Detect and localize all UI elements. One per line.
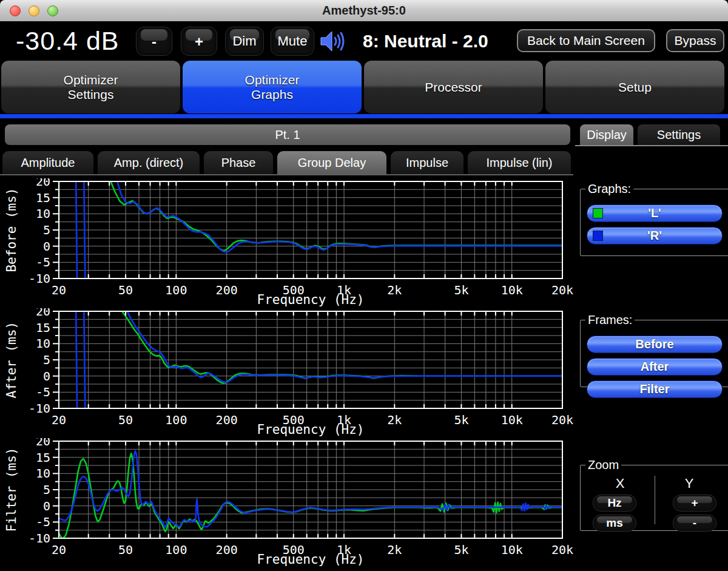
svg-text:20: 20 [36, 178, 50, 189]
volume-down-button[interactable]: - [136, 27, 172, 56]
zoom-y-plus-button[interactable]: + [673, 495, 716, 512]
zoom-y-minus-button[interactable]: - [673, 515, 716, 532]
svg-text:20k: 20k [551, 283, 573, 297]
tab-group-delay[interactable]: Group Delay [277, 151, 386, 174]
zoom-section-legend: Zoom [585, 458, 621, 472]
channel-r-color-swatch [593, 231, 603, 241]
svg-text:Frequency (Hz): Frequency (Hz) [257, 422, 364, 437]
svg-text:-10: -10 [29, 531, 50, 546]
tab-setup[interactable]: Setup [545, 61, 724, 113]
svg-text:0: 0 [43, 369, 50, 383]
channel-r-toggle[interactable]: 'R' [587, 227, 723, 245]
frames-section: Frames: Before After Filter [580, 313, 728, 387]
channel-l-toggle[interactable]: 'L' [587, 204, 723, 222]
zoom-section: Zoom X Hz ms Y + - [580, 458, 728, 531]
svg-text:Filter (ms): Filter (ms) [4, 447, 19, 532]
svg-text:Frequency (Hz): Frequency (Hz) [257, 552, 364, 567]
svg-text:20: 20 [52, 413, 66, 427]
dim-button[interactable]: Dim [225, 27, 264, 56]
active-tab-accent-strip [0, 114, 728, 118]
zoom-y-header: Y [655, 476, 724, 492]
sidebar-tabs-underline [575, 145, 728, 146]
measurement-point-bar[interactable]: Pt. 1 [5, 124, 570, 145]
svg-text:20: 20 [52, 542, 66, 557]
svg-text:20: 20 [52, 283, 66, 297]
svg-text:50: 50 [118, 283, 133, 297]
svg-text:200: 200 [216, 283, 238, 297]
back-to-main-screen-button[interactable]: Back to Main Screen [517, 29, 655, 52]
svg-text:100: 100 [165, 413, 187, 427]
preset-readout: 8: Neutral - 2.0 [363, 31, 488, 52]
svg-text:10: 10 [36, 206, 50, 221]
chart-before: 20151050-5-1020501002005001k2k5k10k20kFr… [0, 178, 575, 307]
tab-amp-direct[interactable]: Amp. (direct) [98, 151, 200, 174]
svg-text:0: 0 [43, 239, 50, 254]
svg-text:2k: 2k [387, 542, 402, 557]
zoom-x-hz-button[interactable]: Hz [593, 495, 636, 512]
tab-settings[interactable]: Settings [638, 124, 720, 145]
app-window: Amethyst-95:0 -30.4 dB - + Dim Mute 8: N… [0, 0, 728, 571]
svg-text:100: 100 [165, 283, 187, 297]
tab-phase[interactable]: Phase [204, 151, 273, 174]
frame-after-toggle[interactable]: After [587, 358, 723, 376]
svg-text:10k: 10k [501, 542, 523, 557]
display-sidebar: Display Settings Graphs: 'L' 'R' Frames:… [575, 119, 728, 571]
tab-optimizer-settings[interactable]: Optimizer Settings [1, 61, 180, 113]
svg-text:0: 0 [43, 499, 50, 513]
svg-text:200: 200 [216, 542, 238, 557]
channel-l-color-swatch [593, 208, 603, 218]
svg-text:20: 20 [36, 308, 50, 319]
tab-optimizer-graphs[interactable]: Optimizer Graphs [183, 61, 362, 113]
content-area: Pt. 1 Amplitude Amp. (direct) Phase Grou… [0, 119, 728, 571]
svg-text:After (ms): After (ms) [4, 322, 19, 398]
svg-text:15: 15 [36, 320, 50, 335]
svg-text:-5: -5 [36, 255, 50, 269]
tab-processor[interactable]: Processor [364, 61, 543, 113]
svg-text:5: 5 [43, 482, 50, 497]
chart-filter: 20151050-5-1020501002005001k2k5k10k20kFr… [0, 438, 575, 567]
zoom-x-ms-button[interactable]: ms [593, 515, 636, 532]
tab-impulse-lin[interactable]: Impulse (lin) [468, 151, 571, 174]
tab-amplitude[interactable]: Amplitude [2, 151, 93, 174]
zoom-x-header: X [585, 476, 655, 492]
svg-text:50: 50 [118, 542, 133, 557]
top-control-bar: -30.4 dB - + Dim Mute 8: Neutral - 2.0 B… [0, 21, 728, 61]
svg-text:-5: -5 [36, 385, 50, 399]
graphs-panel: Pt. 1 Amplitude Amp. (direct) Phase Grou… [0, 119, 575, 571]
svg-text:5: 5 [43, 223, 50, 237]
tab-impulse[interactable]: Impulse [391, 151, 463, 174]
svg-text:15: 15 [36, 450, 50, 465]
svg-text:10k: 10k [501, 413, 523, 427]
frame-filter-toggle[interactable]: Filter [587, 380, 723, 398]
svg-text:15: 15 [36, 191, 50, 205]
svg-text:5: 5 [43, 353, 50, 367]
titlebar: Amethyst-95:0 [0, 0, 728, 22]
graph-tabs-underline [0, 174, 573, 175]
graphs-section-legend: Graphs: [585, 182, 633, 196]
svg-text:-10: -10 [29, 401, 50, 416]
graphs-section: Graphs: 'L' 'R' [580, 182, 728, 256]
svg-text:2k: 2k [387, 283, 402, 297]
svg-text:20k: 20k [551, 542, 573, 557]
svg-text:Before (ms): Before (ms) [4, 188, 19, 272]
svg-text:5k: 5k [454, 413, 468, 427]
tab-display[interactable]: Display [580, 124, 633, 145]
speaker-icon [320, 30, 348, 55]
mute-button[interactable]: Mute [271, 27, 314, 56]
svg-text:Frequency (Hz): Frequency (Hz) [257, 292, 364, 307]
svg-text:10: 10 [36, 336, 50, 351]
main-tab-bar: Optimizer Settings Optimizer Graphs Proc… [0, 61, 728, 119]
volume-up-button[interactable]: + [181, 27, 217, 56]
svg-text:5k: 5k [454, 542, 468, 557]
svg-text:100: 100 [165, 542, 187, 557]
frame-before-toggle[interactable]: Before [587, 336, 723, 353]
svg-text:50: 50 [118, 413, 133, 427]
svg-text:10k: 10k [501, 283, 523, 297]
graph-type-tabs: Amplitude Amp. (direct) Phase Group Dela… [2, 151, 571, 174]
bypass-button[interactable]: Bypass [666, 29, 724, 52]
svg-text:20k: 20k [551, 413, 573, 427]
frames-section-legend: Frames: [585, 313, 635, 327]
svg-text:-10: -10 [29, 271, 50, 286]
svg-text:-5: -5 [36, 515, 50, 529]
svg-text:10: 10 [36, 466, 50, 481]
